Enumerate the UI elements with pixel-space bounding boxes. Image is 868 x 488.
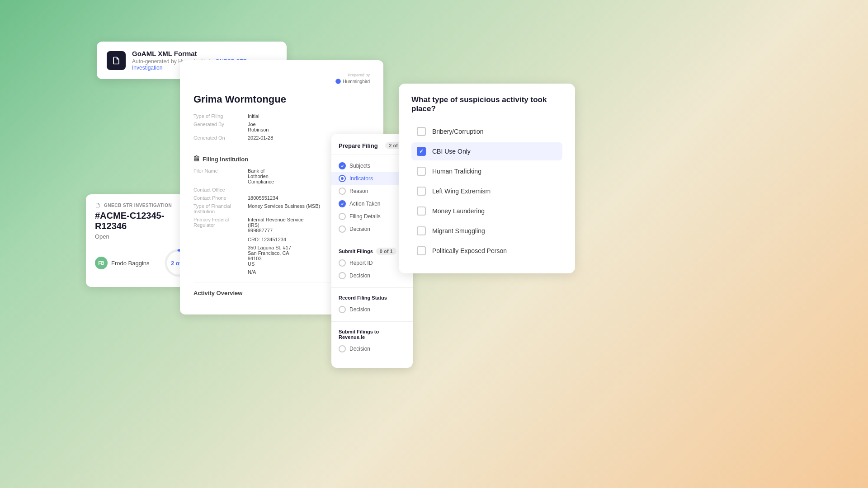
decision-2-icon: [339, 272, 346, 279]
decision-3-label: Decision: [349, 306, 370, 313]
filing-item-decision-3[interactable]: Decision: [331, 303, 413, 316]
cbi-checkbox[interactable]: [417, 147, 426, 156]
investigation-id: #ACME-C12345-R12346: [95, 211, 194, 231]
sus-item-trafficking[interactable]: Human Traficking: [411, 162, 562, 180]
bribery-checkbox[interactable]: [417, 127, 426, 136]
subjects-label: Subjects: [349, 163, 370, 169]
sus-item-smuggling[interactable]: Migrant Smuggling: [411, 222, 562, 240]
report-id-label: Report ID: [349, 260, 373, 266]
pep-checkbox[interactable]: [417, 246, 426, 255]
user-name: Frodo Baggins: [111, 260, 150, 267]
action-taken-check-icon: [339, 200, 346, 207]
laundering-label: Money Laundering: [432, 207, 485, 215]
sus-item-laundering[interactable]: Money Laundering: [411, 202, 562, 220]
trafficking-checkbox[interactable]: [417, 167, 426, 176]
doc-logo: Prepared by Hummingbird: [335, 73, 370, 84]
document-small-icon: [95, 202, 100, 208]
investigation-status: Open: [95, 233, 194, 240]
sus-item-cbi[interactable]: CBI Use Only: [411, 142, 562, 160]
smuggling-label: Migrant Smuggling: [432, 227, 485, 235]
indicators-active-icon: [339, 175, 346, 182]
sus-item-bribery[interactable]: Bribery/Corruption: [411, 122, 562, 141]
record-filing-title: Record Filing Status: [331, 293, 413, 303]
sus-item-extremism[interactable]: Left Wing Extremism: [411, 182, 562, 200]
sus-item-pep[interactable]: Politically Exposed Person: [411, 242, 562, 260]
laundering-checkbox[interactable]: [417, 206, 426, 216]
investigation-label: GNECB STR INVESTIGATION: [104, 203, 172, 208]
svg-point-2: [335, 79, 341, 84]
submit-filings-badge: 0 of 1: [376, 248, 396, 255]
investigation-header: GNECB STR INVESTIGATION: [95, 202, 194, 208]
subjects-check-icon: [339, 162, 346, 169]
decision-4-label: Decision: [349, 346, 370, 352]
hummingbird-logo: Hummingbird: [335, 78, 370, 84]
indicators-label: Indicators: [349, 175, 373, 182]
subject-name: Grima Wormtongue: [193, 94, 370, 105]
smuggling-checkbox[interactable]: [417, 226, 426, 235]
filing-title: Prepare Filing: [339, 142, 378, 149]
filing-details-label: Filing Details: [349, 213, 381, 220]
extremism-checkbox[interactable]: [417, 187, 426, 196]
decision-1-icon: [339, 225, 346, 233]
cbi-label: CBI Use Only: [432, 148, 471, 155]
goaml-title: GoAML XML Format: [132, 50, 277, 57]
decision-2-label: Decision: [349, 272, 370, 279]
suspicious-activity-card: What type of suspicious activity took pl…: [399, 84, 575, 273]
decision-1-label: Decision: [349, 226, 370, 232]
trafficking-label: Human Traficking: [432, 168, 481, 175]
extremism-label: Left Wing Extremism: [432, 188, 491, 195]
report-id-icon: [339, 259, 346, 267]
decision-3-icon: [339, 306, 346, 313]
suspicious-title: What type of suspicious activity took pl…: [411, 95, 562, 113]
filing-details-icon: [339, 213, 346, 220]
submit-revenue-title: Submit Filings to Revenue.ie: [331, 327, 413, 343]
filing-item-decision-4[interactable]: Decision: [331, 343, 413, 355]
user-info: FB Frodo Baggins: [95, 257, 150, 269]
reason-label: Reason: [349, 188, 368, 194]
pep-label: Politically Exposed Person: [432, 247, 507, 254]
decision-4-icon: [339, 345, 346, 352]
avatar: FB: [95, 257, 108, 269]
action-taken-label: Action Taken: [349, 201, 381, 207]
bribery-label: Bribery/Corruption: [432, 128, 484, 135]
document-icon: [107, 51, 126, 70]
reason-icon: [339, 188, 346, 195]
prepared-by-label: Prepared by: [335, 73, 370, 77]
